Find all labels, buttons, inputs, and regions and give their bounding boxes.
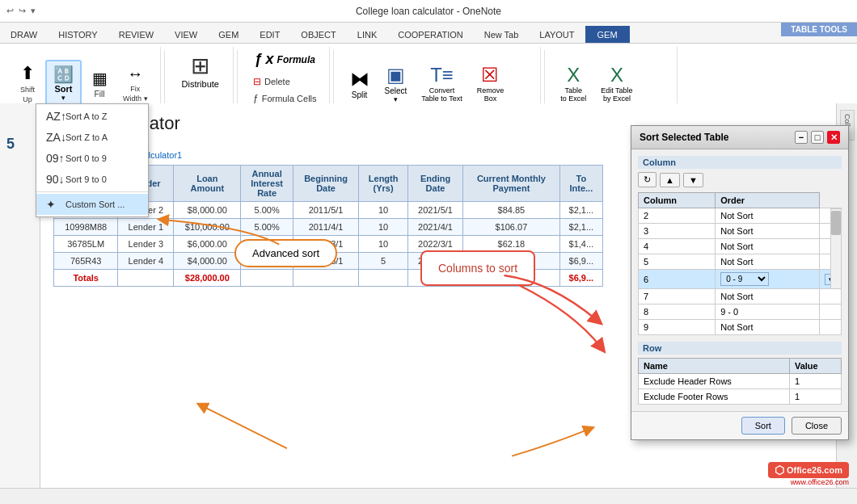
sort-row-3: 3Not Sort xyxy=(639,224,842,239)
move-down-button[interactable]: ▼ xyxy=(683,173,703,187)
formula-x: x xyxy=(266,51,274,68)
left-sidebar: 5 xyxy=(0,103,40,488)
tab-history[interactable]: HISTORY xyxy=(48,26,108,43)
sort-button[interactable]: 🔠 Sort ▾ xyxy=(47,61,80,105)
split-button[interactable]: ⧓ Split xyxy=(344,64,376,103)
shift-up-button[interactable]: ⬆ Shift Up xyxy=(11,59,44,107)
remove-box-button[interactable]: ☒ RemoveBox xyxy=(471,60,510,107)
dialog-titlebar: Sort Selected Table − □ ✕ xyxy=(631,126,848,149)
sort-button-dialog[interactable]: Sort xyxy=(741,417,785,435)
sort-columns-table: Column Order 2Not Sort 3Not Sort 4Not So… xyxy=(638,192,842,335)
close-button-dialog[interactable]: Close xyxy=(792,417,842,435)
refresh-button[interactable]: ↻ xyxy=(638,172,656,187)
exclude-footer-rows-row: Exclude Footer Rows 1 xyxy=(639,389,842,405)
table-to-excel-button[interactable]: X Tableto Excel xyxy=(555,60,592,107)
tab-view[interactable]: VIEW xyxy=(164,26,208,43)
sort-za-icon: ZA↓ xyxy=(46,131,61,144)
sort-az-icon: AZ↑ xyxy=(46,110,61,123)
tab-gem[interactable]: GEM xyxy=(208,26,249,43)
edit-table-by-excel-button[interactable]: X Edit Tableby Excel xyxy=(595,60,638,107)
dialog-minimize-button[interactable]: − xyxy=(795,131,808,144)
tab-newtab[interactable]: New Tab xyxy=(474,26,530,43)
remove-icon: ☒ xyxy=(481,64,499,86)
convert-icon: T≡ xyxy=(430,64,454,86)
sort-90-icon: 90↓ xyxy=(46,173,61,186)
tab-draw[interactable]: DRAW xyxy=(0,26,48,43)
page-number: 5 xyxy=(6,136,15,153)
table-excel-icon: X xyxy=(567,64,580,86)
tab-edit[interactable]: EDIT xyxy=(249,26,290,43)
column-toolbar: ↻ ▲ ▼ xyxy=(638,172,842,187)
tab-gem-active[interactable]: GEM xyxy=(585,26,630,43)
undo-icon[interactable]: ↩ xyxy=(6,6,14,16)
tab-object[interactable]: OBJECT xyxy=(290,26,346,43)
sort-09-icon: 09↑ xyxy=(46,152,61,165)
fill-icon: ▦ xyxy=(92,69,108,88)
order-select-6[interactable]: 0 - 9 9 - 0 Not Sort xyxy=(720,272,769,286)
shift-up-group: ⬆ Shift Up xyxy=(11,59,44,107)
title-bar: ↩ ↪ ▾ College loan calculator - OneNote xyxy=(0,0,857,23)
col-total-interest: ToInte... xyxy=(559,166,602,202)
sort-table-scrollbar[interactable] xyxy=(830,208,842,289)
col-loan-amount: LoanAmount xyxy=(174,166,241,202)
row-section: Row Name Value Exclude Header Rows 1 Exc… xyxy=(638,342,842,405)
ribbon-tabs-bar: DRAW HISTORY REVIEW VIEW GEM EDIT OBJECT… xyxy=(0,23,857,44)
custom-sort-icon: ✦ xyxy=(46,198,61,211)
menu-divider xyxy=(36,191,148,192)
sort-button-container[interactable]: 🔠 Sort ▾ xyxy=(45,60,82,107)
formula-icon: ƒ xyxy=(255,51,263,68)
quick-icon[interactable]: ▾ xyxy=(31,6,36,16)
fix-width-icon: ↔ xyxy=(127,65,143,83)
table-row: 10998M88 Lender 1 $10,000.00 5.00% 2011/… xyxy=(54,219,603,236)
sort-0-9-item[interactable]: 09↑ Sort 0 to 9 xyxy=(36,148,148,169)
custom-sort-item[interactable]: ✦ Custom Sort ... xyxy=(36,194,148,215)
select-dropdown[interactable]: ▾ xyxy=(394,95,398,103)
tab-link[interactable]: LINK xyxy=(347,26,387,43)
dialog-body: Column ↻ ▲ ▼ Column Order 2Not Sort 3Not… xyxy=(631,149,848,411)
dialog-maximize-button[interactable]: □ xyxy=(811,131,824,144)
table-excel-col: X Tableto Excel xyxy=(555,60,592,107)
fill-button[interactable]: ▦ Fill xyxy=(83,65,116,103)
scrollbar-header xyxy=(820,193,842,208)
tab-layout[interactable]: LAYOUT xyxy=(529,26,585,43)
dialog-close-button[interactable]: ✕ xyxy=(827,131,840,144)
fix-width-group: ↔ Fix Width ▾ xyxy=(117,61,154,107)
sort-9-0-item[interactable]: 90↓ Sort 9 to 0 xyxy=(36,169,148,190)
split-icon: ⧓ xyxy=(350,68,369,90)
columns-to-sort-bubble: Columns to sort xyxy=(420,250,535,286)
row-settings-table: Name Value Exclude Header Rows 1 Exclude… xyxy=(638,358,842,405)
col-monthly-payment: Current MonthlyPayment xyxy=(463,166,560,202)
distribute-button[interactable]: ⊞ Distribute xyxy=(175,47,226,94)
column-section-label: Column xyxy=(638,156,842,169)
delete-button[interactable]: ⊟ Delete xyxy=(247,74,323,90)
sort-row-7: 7Not Sort xyxy=(639,289,842,304)
window-title: College loan calculator - OneNote xyxy=(356,6,501,17)
sort-dropdown-menu: AZ↑ Sort A to Z ZA↓ Sort Z to A 09↑ Sort… xyxy=(36,103,149,217)
scrollbar-thumb xyxy=(831,211,841,235)
col-end-date: EndingDate xyxy=(407,166,462,202)
tab-review[interactable]: REVIEW xyxy=(108,26,164,43)
move-up-button[interactable]: ▲ xyxy=(660,173,680,187)
sort-row-8: 89 - 0 xyxy=(639,304,842,320)
formula-button[interactable]: ƒx Formula xyxy=(249,47,321,72)
advanced-sort-bubble: Advanced sort xyxy=(234,239,337,267)
edit-excel-icon: X xyxy=(610,64,623,86)
select-icon: ▣ xyxy=(386,64,405,86)
sort-icon: 🔠 xyxy=(53,65,74,84)
table-tools-label: TABLE TOOLS xyxy=(781,23,857,36)
redo-icon[interactable]: ↪ xyxy=(19,6,26,16)
col-interest-rate: AnnualInterestRate xyxy=(241,166,293,202)
edit-excel-col: X Edit Tableby Excel xyxy=(595,60,638,107)
col-length: Length(Yrs) xyxy=(359,166,408,202)
fix-width-button[interactable]: ↔ Fix Width ▾ xyxy=(117,61,154,107)
sort-row-6[interactable]: 6 0 - 9 9 - 0 Not Sort ▾ xyxy=(639,270,842,289)
sort-dropdown-arrow[interactable]: ▾ xyxy=(61,94,65,102)
watermark-url: www.office26.com xyxy=(791,478,849,486)
tab-cooperation[interactable]: COOPERATION xyxy=(387,26,473,43)
select-button[interactable]: ▣ Select ▾ xyxy=(379,60,413,107)
sort-z-a-item[interactable]: ZA↓ Sort Z to A xyxy=(36,127,148,148)
convert-table-text-button[interactable]: T≡ ConvertTable to Text xyxy=(416,60,467,107)
sort-a-z-item[interactable]: AZ↑ Sort A to Z xyxy=(36,106,148,127)
convert-col: T≡ ConvertTable to Text xyxy=(416,60,467,107)
col-header-column: Column xyxy=(639,193,716,208)
